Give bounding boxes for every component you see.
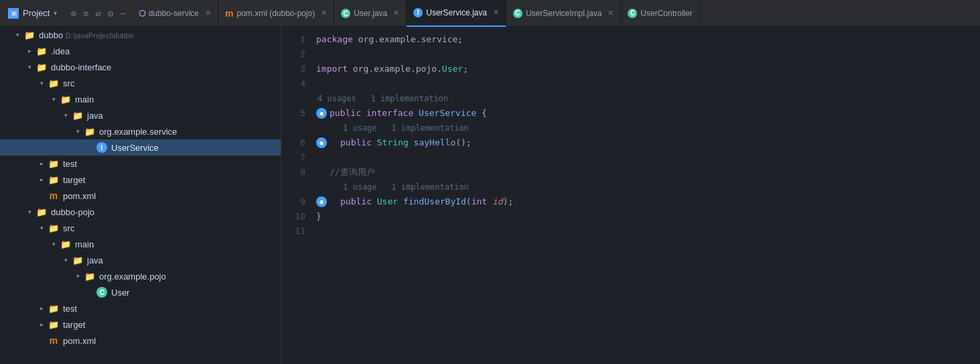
folder-icon-src-1: 📁 — [48, 78, 59, 88]
hint-text-1: 4 usages 1 implementation — [316, 91, 448, 106]
folder-icon-java-2: 📁 — [72, 255, 83, 265]
arrow-java-2 — [60, 257, 71, 263]
tree-item-main-2[interactable]: 📁 main — [0, 236, 281, 252]
ln-10: 10 — [281, 209, 305, 224]
label-pom-2: pom.xml — [63, 336, 96, 346]
code-line-3: import org.example.pojo.User; — [316, 62, 975, 76]
tree-item-test-1[interactable]: 📁 test — [0, 156, 281, 172]
user-file-icon: C — [96, 287, 107, 298]
ln-7: 7 — [281, 150, 305, 165]
label-java-1: java — [87, 111, 103, 121]
arrow-test-2 — [36, 305, 47, 312]
tab-dubbo-service[interactable]: ⬡ dubbo-service ✕ — [132, 0, 218, 27]
project-title: ▣ Project ▾ — [0, 8, 65, 19]
gutter-icon-5[interactable]: ● — [316, 108, 327, 119]
arrow-target-1 — [36, 176, 47, 183]
ln-11: 11 — [281, 224, 305, 239]
user-icon: C — [341, 9, 350, 18]
horizontal-scrollbar[interactable] — [281, 359, 980, 364]
tree-item-src-1[interactable]: 📁 src — [0, 75, 281, 91]
label-test-1: test — [63, 159, 77, 169]
code-line-7 — [316, 150, 975, 165]
arrow-main-1 — [48, 96, 59, 103]
tree-item-main-1[interactable]: 📁 main — [0, 91, 281, 107]
code-editor[interactable]: 1 2 3 4 - 5 - 6 7 8 - 9 10 11 package or… — [281, 27, 980, 364]
usercontroller-icon: C — [628, 9, 637, 18]
kw-interface: interface — [366, 106, 413, 121]
tree-item-java-2[interactable]: 📁 java — [0, 252, 281, 268]
tree-item-idea[interactable]: 📁 .idea — [0, 43, 281, 59]
tree-item-dubbo-pojo[interactable]: 📁 dubbo-pojo — [0, 204, 281, 220]
arrow-dubbo-pojo — [24, 208, 35, 215]
tree-item-src-2[interactable]: 📁 src — [0, 220, 281, 236]
ln-2: 2 — [281, 47, 305, 62]
tree-item-dubbo-interface[interactable]: 📁 dubbo-interface — [0, 59, 281, 75]
tree-item-target-2[interactable]: 📁 target — [0, 316, 281, 332]
dubbo-icon: ⬡ — [139, 9, 145, 18]
tab-close-0[interactable]: ✕ — [205, 9, 211, 17]
tree-item-test-2[interactable]: 📁 test — [0, 300, 281, 316]
label-org-example-service: org.example.service — [99, 127, 177, 137]
arrow-org-example-service — [72, 128, 83, 135]
pom-1-icon: m — [48, 190, 59, 201]
code-line-10: } — [316, 209, 975, 224]
nav-icon-2[interactable]: ≡ — [83, 8, 88, 19]
label-pom-1: pom.xml — [63, 191, 96, 201]
folder-icon-java-1: 📁 — [72, 110, 83, 121]
userservice-file-icon: I — [96, 142, 107, 153]
arrow-java-1 — [60, 112, 71, 119]
code-line-6: ● public String sayHello(); — [316, 135, 975, 150]
tree-item-java-1[interactable]: 📁 java — [0, 107, 281, 123]
settings-icon[interactable]: ⚙ — [108, 8, 113, 19]
nav-icon-3[interactable]: ⇄ — [95, 8, 100, 19]
project-label: Project — [23, 8, 50, 18]
tab-close-4[interactable]: ✕ — [608, 9, 614, 17]
folder-icon-src-2: 📁 — [48, 223, 59, 233]
dropdown-arrow[interactable]: ▾ — [54, 9, 57, 17]
gutter-icon-6[interactable]: ● — [316, 137, 327, 148]
tree-item-User[interactable]: C User — [0, 284, 281, 300]
comment-line-8: //查询用户 — [330, 165, 375, 180]
label-dubbo-interface: dubbo-interface — [51, 62, 111, 72]
kw-public-9: public — [340, 194, 372, 209]
tree-item-pom-1[interactable]: m pom.xml — [0, 188, 281, 204]
tree-item-dubbo-root[interactable]: 📁 dubbo D:\javaProject\dubbo — [0, 27, 281, 43]
tree-item-pom-2[interactable]: m pom.xml — [0, 332, 281, 349]
label-dubbo-root: dubbo D:\javaProject\dubbo — [39, 30, 134, 40]
label-dubbo-pojo: dubbo-pojo — [51, 207, 94, 217]
label-main-1: main — [75, 95, 94, 105]
label-org-example-pojo: org.example.pojo — [99, 271, 166, 282]
tab-usercontroller[interactable]: C UserController — [621, 0, 699, 27]
label-test-2: test — [63, 304, 77, 314]
tree-item-UserService[interactable]: I UserService — [0, 139, 281, 156]
ln-6: 6 — [281, 135, 305, 150]
tree-item-org-example-pojo[interactable]: 📁 org.example.pojo — [0, 268, 281, 284]
folder-icon-test-2: 📁 — [48, 303, 59, 314]
nav-icon-1[interactable]: ⊕ — [70, 8, 76, 19]
tab-userserviceimpl[interactable]: C UserServiceImpl.java ✕ — [506, 0, 621, 27]
tree-item-target-1[interactable]: 📁 target — [0, 172, 281, 188]
code-line-8: //查询用户 — [316, 165, 975, 180]
hint-line-2[interactable]: 1 usage 1 implementation — [316, 121, 975, 135]
hint-line-3[interactable]: 1 usage 1 implementation — [316, 180, 975, 194]
gutter-icon-9[interactable]: ● — [316, 196, 327, 207]
folder-icon-dubbo-root: 📁 — [24, 29, 35, 40]
tab-userservice-java[interactable]: I UserService.java ✕ — [407, 0, 506, 27]
minus-icon[interactable]: − — [120, 8, 125, 19]
label-main-2: main — [75, 239, 94, 249]
tab-user-java[interactable]: C User.java ✕ — [334, 0, 407, 27]
arrow-dubbo-root — [12, 32, 23, 38]
pom-icon: m — [225, 8, 233, 19]
code-content[interactable]: package org.example.service; import org.… — [313, 27, 980, 359]
code-line-9: ● public User findUserById(int id); — [316, 194, 975, 209]
folder-icon-main-1: 📁 — [60, 94, 71, 105]
folder-icon-dubbo-interface: 📁 — [36, 62, 47, 72]
tree-item-org-example-service[interactable]: 📁 org.example.service — [0, 123, 281, 139]
tab-close-2[interactable]: ✕ — [393, 9, 399, 17]
tab-pom-pojo[interactable]: m pom.xml (dubbo-pojo) ✕ — [218, 0, 334, 27]
tab-close-1[interactable]: ✕ — [321, 9, 327, 17]
hint-line-1[interactable]: 4 usages 1 implementation — [316, 91, 975, 106]
ln-8: 8 — [281, 165, 305, 180]
label-idea: .idea — [51, 46, 70, 56]
tab-close-3[interactable]: ✕ — [493, 8, 499, 17]
